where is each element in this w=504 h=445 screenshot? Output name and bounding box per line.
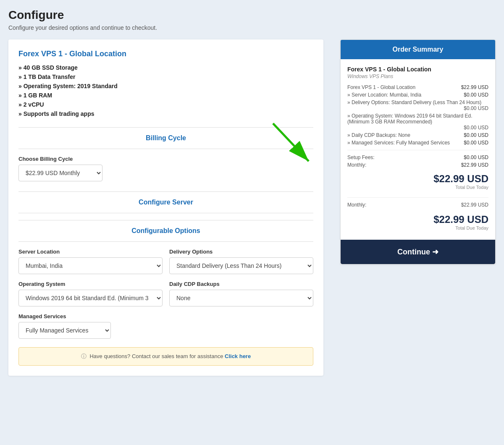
- delivery-options-label: Delivery Options: [169, 249, 313, 255]
- managed-services-label: Managed Services: [18, 313, 313, 319]
- continue-button[interactable]: Continue ➜: [341, 240, 495, 264]
- green-arrow-decoration: [260, 115, 319, 174]
- summary-monthly-section: Monthly: $22.99 USD: [347, 202, 488, 208]
- summary-total-amount-2: $22.99 USD: [347, 214, 488, 225]
- server-location-select[interactable]: Mumbai, India Dallas, USA London, UK Sin…: [18, 257, 163, 274]
- delivery-options-select[interactable]: Standard Delivery (Less Than 24 Hours) I…: [169, 257, 313, 274]
- summary-total-label-2: Total Due Today: [347, 225, 488, 230]
- summary-setup-line: Setup Fees: $0.00 USD: [347, 154, 488, 160]
- summary-base-label: Forex VPS 1 - Global Location: [347, 84, 461, 90]
- faq-link[interactable]: Click here: [225, 353, 251, 359]
- summary-location-value: $0.00 USD: [464, 92, 488, 98]
- summary-total-block-2: $22.99 USD Total Due Today: [347, 210, 488, 232]
- configurable-options-grid: Server Location Mumbai, India Dallas, US…: [18, 249, 313, 306]
- server-location-label: Server Location: [18, 249, 163, 255]
- summary-setup-value: $0.00 USD: [464, 154, 488, 160]
- summary-managed-label: » Managed Services: Fully Managed Servic…: [347, 140, 464, 146]
- operating-system-label: Operating System: [18, 281, 163, 287]
- summary-delivery-block: » Delivery Options: Standard Delivery (L…: [347, 99, 488, 111]
- billing-cycle-select[interactable]: $22.99 USD Monthly $249.99 USD Annually: [18, 165, 102, 181]
- product-features-list: » 40 GB SSD Storage » 1 TB Data Transfer…: [18, 64, 313, 117]
- server-location-group: Server Location Mumbai, India Dallas, US…: [18, 249, 163, 274]
- summary-base-value: $22.99 USD: [461, 84, 488, 90]
- order-summary-box: Order Summary Forex VPS 1 - Global Locat…: [340, 39, 496, 264]
- managed-services-select[interactable]: Fully Managed Services Self Managed: [18, 322, 111, 339]
- summary-monthly-value: $22.99 USD: [461, 162, 488, 168]
- page-subtitle: Configure your desired options and conti…: [8, 24, 496, 31]
- summary-delivery-label: » Delivery Options: Standard Delivery (L…: [347, 99, 481, 105]
- daily-cdp-backups-label: Daily CDP Backups: [169, 281, 313, 287]
- svg-line-1: [273, 123, 309, 161]
- summary-backups-value: $0.00 USD: [464, 132, 488, 138]
- daily-cdp-backups-group: Daily CDP Backups None Daily Backups - $…: [169, 281, 313, 306]
- product-title: Forex VPS 1 - Global Location: [18, 50, 313, 58]
- order-summary-header: Order Summary: [341, 40, 495, 59]
- summary-monthly-section-value: $22.99 USD: [461, 202, 488, 208]
- summary-monthly-section-label: Monthly:: [347, 202, 366, 208]
- left-panel: Forex VPS 1 - Global Location » 40 GB SS…: [8, 39, 323, 376]
- summary-backups-label: » Daily CDP Backups: None: [347, 132, 464, 138]
- faq-text: Have questions? Contact our sales team f…: [89, 353, 223, 359]
- order-summary-body: Forex VPS 1 - Global Location Windows VP…: [341, 59, 495, 239]
- feature-vcpu: » 2 vCPU: [18, 101, 313, 108]
- summary-os-label: » Operating System: Windows 2019 64 bit …: [347, 113, 488, 125]
- summary-product-title: Forex VPS 1 - Global Location: [347, 66, 488, 73]
- operating-system-group: Operating System Windows 2019 64 bit Sta…: [18, 281, 163, 306]
- summary-line-managed: » Managed Services: Fully Managed Servic…: [347, 140, 488, 146]
- summary-plan-subtitle: Windows VPS Plans: [347, 73, 488, 79]
- managed-services-group: Managed Services Fully Managed Services …: [18, 313, 313, 339]
- summary-setup-label: Setup Fees:: [347, 154, 464, 160]
- summary-line-backups: » Daily CDP Backups: None $0.00 USD: [347, 132, 488, 138]
- feature-transfer: » 1 TB Data Transfer: [18, 73, 313, 80]
- summary-location-label: » Server Location: Mumbai, India: [347, 92, 464, 98]
- summary-line-base: Forex VPS 1 - Global Location $22.99 USD: [347, 84, 488, 90]
- faq-banner: ⓘ Have questions? Contact our sales team…: [18, 347, 313, 366]
- right-panel: Order Summary Forex VPS 1 - Global Locat…: [340, 39, 496, 264]
- page-title: Configure: [8, 8, 496, 22]
- summary-delivery-value: $0.00 USD: [347, 105, 488, 111]
- summary-total-block-1: $22.99 USD Total Due Today: [347, 170, 488, 193]
- delivery-options-group: Delivery Options Standard Delivery (Less…: [169, 249, 313, 274]
- summary-os-value: $0.00 USD: [347, 125, 488, 131]
- summary-total-amount-1: $22.99 USD: [347, 173, 488, 185]
- summary-monthly-line: Monthly: $22.99 USD: [347, 162, 488, 168]
- summary-total-label-1: Total Due Today: [347, 185, 488, 190]
- configurable-options-heading: Configurable Options: [18, 227, 313, 235]
- feature-os: » Operating System: 2019 Standard: [18, 83, 313, 89]
- summary-monthly-label: Monthly:: [347, 162, 461, 168]
- summary-line-location: » Server Location: Mumbai, India $0.00 U…: [347, 92, 488, 98]
- question-icon: ⓘ: [81, 353, 87, 359]
- summary-os-block: » Operating System: Windows 2019 64 bit …: [347, 113, 488, 131]
- feature-ssd: » 40 GB SSD Storage: [18, 64, 313, 71]
- summary-managed-value: $0.00 USD: [464, 140, 488, 146]
- operating-system-select[interactable]: Windows 2019 64 bit Standard Ed. (Minimu…: [18, 290, 163, 306]
- daily-cdp-backups-select[interactable]: None Daily Backups - $5.00 USD/mo: [169, 290, 313, 306]
- feature-ram: » 1 GB RAM: [18, 92, 313, 99]
- configure-server-heading: Configure Server: [18, 199, 313, 206]
